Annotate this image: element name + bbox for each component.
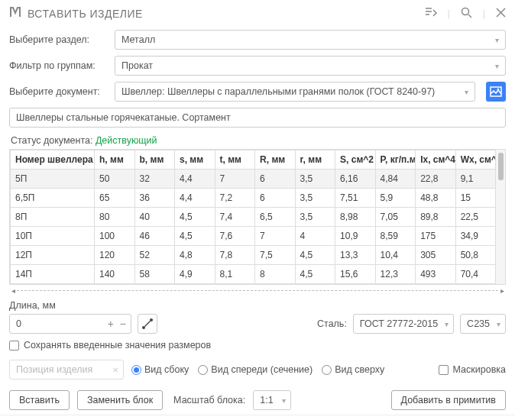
table-header[interactable]: t, мм [215, 150, 255, 170]
view-side-radio[interactable]: Вид сбоку [131, 364, 189, 375]
edit-list-icon[interactable] [425, 7, 437, 20]
table-row[interactable]: 10П100464,57,67410,98,5917534,9 [11, 227, 496, 246]
position-input[interactable]: Позиция изделия [9, 360, 124, 380]
table-header[interactable]: b, мм [134, 150, 175, 170]
mask-checkbox[interactable] [439, 365, 449, 375]
svg-line-1 [468, 15, 471, 18]
section-label: Выберите раздел: [9, 34, 109, 45]
divider: | [483, 8, 485, 19]
decrement-icon[interactable]: − [120, 318, 126, 330]
doc-select[interactable]: Швеллер: Швеллеры с параллельными граням… [115, 82, 475, 102]
status-row: Статус документа: Действующий [0, 131, 515, 147]
window-title: ВСТАВИТЬ ИЗДЕЛИЕ [28, 8, 425, 20]
svg-point-4 [142, 326, 145, 329]
search-icon[interactable] [461, 7, 472, 21]
svg-line-6 [145, 321, 151, 327]
table-row[interactable]: 12П120524,87,87,54,513,310,430550,8 [11, 246, 496, 265]
vertical-scrollbar[interactable] [496, 150, 505, 284]
scale-label: Масштаб блока: [173, 395, 245, 405]
image-button[interactable] [486, 82, 506, 102]
table-row[interactable]: 6,5П65364,47,263,57,515,948,815 [11, 189, 496, 208]
table-row[interactable]: 8П80404,57,46,53,58,987,0589,822,5 [11, 208, 496, 227]
status-value: Действующий [96, 135, 157, 146]
table-header[interactable]: S, см^2 [335, 150, 376, 170]
description-field[interactable]: Швеллеры стальные горячекатаные. Сортаме… [9, 108, 506, 128]
measure-button[interactable] [138, 314, 157, 334]
keep-sizes-checkbox[interactable] [9, 341, 19, 351]
keep-sizes-label: Сохранять введенные значения размеров [24, 340, 211, 351]
close-icon[interactable] [496, 8, 506, 20]
insert-button[interactable]: Вставить [9, 390, 70, 410]
steel-standard-select[interactable]: ГОСТ 27772-2015 [353, 314, 454, 334]
table-header[interactable]: Wx, см^3 [455, 150, 496, 170]
scale-select[interactable]: 1:1 [253, 390, 291, 410]
group-select[interactable]: Прокат [115, 56, 506, 76]
table-header[interactable]: P, кг/п.м [375, 150, 416, 170]
doc-label: Выберите документ: [9, 86, 109, 97]
add-primitive-button[interactable]: Добавить в примитив [391, 390, 506, 410]
section-select[interactable]: Металл [115, 30, 506, 50]
table-header[interactable]: h, мм [95, 150, 135, 170]
svg-point-0 [462, 8, 468, 15]
table-row[interactable]: 5П50324,4763,56,164,8422,89,1 [11, 170, 496, 189]
title-bar: ВСТАВИТЬ ИЗДЕЛИЕ | | [0, 0, 515, 27]
svg-point-5 [150, 318, 153, 321]
table-header[interactable]: s, мм [175, 150, 215, 170]
length-input[interactable]: +− [9, 314, 131, 334]
mask-label: Маскировка [453, 364, 506, 375]
replace-block-button[interactable]: Заменить блок [77, 390, 163, 410]
steel-label: Сталь: [317, 318, 347, 329]
table-header[interactable]: r, мм [295, 150, 335, 170]
increment-icon[interactable]: + [108, 318, 114, 330]
view-radio-group: Вид сбоку Вид спереди (сечение) Вид свер… [131, 364, 431, 375]
table-header[interactable]: Ix, см^4 [416, 150, 456, 170]
app-logo-icon [9, 6, 21, 21]
view-front-radio[interactable]: Вид спереди (сечение) [198, 364, 313, 375]
table-header[interactable]: R, мм [255, 150, 296, 170]
view-top-radio[interactable]: Вид сверху [322, 364, 384, 375]
svg-point-3 [497, 89, 500, 91]
divider: | [448, 8, 450, 19]
group-label: Фильтр по группам: [9, 60, 109, 71]
table-header[interactable]: Номер швеллера [11, 150, 95, 170]
table-row[interactable]: 14П140584,98,184,515,612,349370,4 [11, 265, 496, 284]
data-table[interactable]: Номер швеллераh, ммb, ммs, ммt, ммR, ммr… [9, 149, 506, 285]
steel-grade-select[interactable]: С235 [460, 314, 506, 334]
length-label: Длина, мм [9, 300, 157, 311]
